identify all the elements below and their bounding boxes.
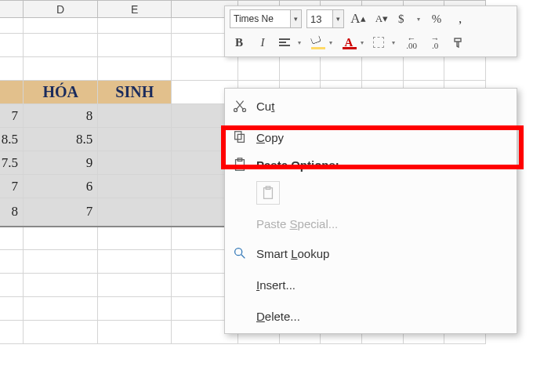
- cut-label: Cut: [256, 100, 274, 113]
- hdr-hoa[interactable]: HÓA: [24, 81, 98, 104]
- increase-decimal-button[interactable]: ←.00: [402, 33, 421, 52]
- mini-toolbar: Times Ne 13 A▴ A▾ $ % , B I A ←.00: [224, 5, 517, 57]
- svg-point-8: [235, 249, 242, 256]
- paste-special-menu-item: Paste Special...: [225, 209, 517, 238]
- scissors-icon: [231, 97, 248, 114]
- percent-format-button[interactable]: %: [427, 9, 446, 28]
- delete-label: Delete...: [256, 310, 300, 323]
- shrink-font-button[interactable]: A▾: [372, 9, 391, 28]
- fill-color-button[interactable]: [308, 33, 335, 52]
- grow-font-button[interactable]: A▴: [349, 9, 368, 28]
- accounting-format-button[interactable]: $: [396, 9, 422, 28]
- bold-button[interactable]: B: [230, 33, 248, 52]
- font-name-caret[interactable]: [291, 9, 302, 28]
- italic-button[interactable]: I: [253, 33, 272, 52]
- delete-menu-item[interactable]: Delete...: [225, 300, 517, 332]
- cut-menu-item[interactable]: Cut: [225, 90, 517, 122]
- font-size-select[interactable]: 13: [306, 9, 333, 28]
- svg-point-0: [234, 108, 237, 111]
- paste-special-label: Paste Special...: [256, 217, 338, 230]
- copy-menu-item[interactable]: Copy: [225, 122, 517, 153]
- clipboard-icon: [231, 156, 248, 173]
- paintbrush-icon: [452, 36, 465, 49]
- copy-icon: [231, 129, 248, 146]
- colhdr-d[interactable]: D: [24, 1, 98, 18]
- paste-options-row: [225, 176, 517, 209]
- hdr-sinh[interactable]: SINH: [98, 81, 172, 104]
- insert-label: Insert...: [256, 278, 296, 292]
- colhdr-e[interactable]: E: [98, 1, 172, 18]
- border-icon: [373, 37, 384, 48]
- smart-lookup-menu-item[interactable]: Smart Lookup: [225, 238, 517, 269]
- context-menu: Cut Copy Paste Options: Paste Special...…: [224, 88, 517, 334]
- insert-menu-item[interactable]: Insert...: [225, 269, 517, 300]
- svg-point-1: [242, 108, 245, 111]
- copy-label: Copy: [256, 131, 284, 144]
- paste-options-label: Paste Options:: [225, 153, 517, 176]
- smart-lookup-label: Smart Lookup: [256, 247, 329, 260]
- font-name-select[interactable]: Times Ne: [230, 9, 291, 28]
- font-size-caret[interactable]: [333, 9, 344, 28]
- format-painter-button[interactable]: [449, 33, 468, 52]
- comma-format-button[interactable]: ,: [451, 9, 470, 28]
- hdr-ly[interactable]: LÝ: [0, 81, 24, 104]
- paste-default-button[interactable]: [256, 181, 280, 205]
- decrease-decimal-button[interactable]: →.0: [426, 33, 444, 52]
- font-color-button[interactable]: A: [339, 33, 366, 52]
- colhdr-c[interactable]: C: [0, 1, 24, 18]
- align-center-icon: [279, 37, 292, 48]
- search-icon: [231, 245, 248, 262]
- borders-button[interactable]: [371, 33, 397, 52]
- align-button[interactable]: [277, 33, 303, 52]
